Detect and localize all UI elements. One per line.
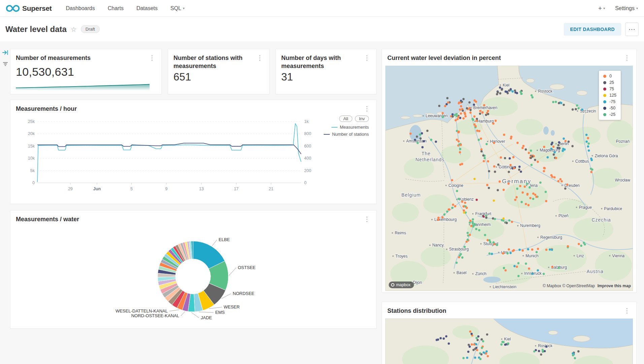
svg-text:5: 5 xyxy=(130,187,133,191)
more-options-button[interactable]: ⋯ xyxy=(625,23,639,36)
chart-title: Current water level deviation in percent xyxy=(387,54,623,62)
map-legend-item: -25 xyxy=(603,112,616,117)
svg-text:NORD-OSTSEE-KANAL: NORD-OSTSEE-KANAL xyxy=(131,313,179,318)
nav-sql-label: SQL xyxy=(170,5,181,11)
nav-right: + ▾ Settings ▾ xyxy=(598,5,638,12)
kebab-menu-icon[interactable]: ⋮ xyxy=(623,307,631,315)
settings-menu[interactable]: Settings ▾ xyxy=(615,5,638,11)
chart-title: Measurements / water xyxy=(16,215,363,223)
mapbox-logo[interactable]: mapbox xyxy=(389,282,414,288)
svg-text:Munich: Munich xyxy=(525,254,539,258)
legend-item[interactable]: Number of stations xyxy=(324,132,369,137)
svg-text:NORDSEE: NORDSEE xyxy=(233,291,255,296)
chart-card-stations-map: Stations distribution ⋮ KielRostock xyxy=(382,302,637,364)
svg-text:1k: 1k xyxy=(304,119,309,124)
legend-inv-button[interactable]: Inv xyxy=(355,115,369,122)
attr-mapbox[interactable]: © Mapbox xyxy=(543,284,561,288)
stations-map[interactable]: KielRostock xyxy=(385,319,633,364)
svg-text:Cologne: Cologne xyxy=(448,183,463,188)
kpi-value: 10,530,631 xyxy=(10,62,161,78)
nav-sql[interactable]: SQL ▾ xyxy=(170,5,185,11)
svg-text:600: 600 xyxy=(304,144,311,148)
svg-text:800: 800 xyxy=(304,131,311,136)
svg-text:Wrocław: Wrocław xyxy=(615,178,630,183)
improve-map-link[interactable]: Improve this map xyxy=(598,284,631,288)
svg-text:15k: 15k xyxy=(28,144,35,148)
expand-filter-bar-icon[interactable] xyxy=(2,49,9,56)
kebab-menu-icon[interactable]: ⋮ xyxy=(148,54,156,62)
deviation-map[interactable]: GermanyTheNetherlandsBelgiumAustriaCzech… xyxy=(385,66,633,291)
kpi-value: 31 xyxy=(276,70,376,83)
map-legend-item: 25 xyxy=(603,80,616,85)
nav-datasets[interactable]: Datasets xyxy=(136,5,158,11)
superset-logo[interactable]: Superset xyxy=(6,4,52,12)
svg-text:10k: 10k xyxy=(28,156,35,161)
nav-dashboards[interactable]: Dashboards xyxy=(66,5,95,11)
svg-text:WESEL-DATTELN-KANAL: WESEL-DATTELN-KANAL xyxy=(116,308,168,313)
kebab-menu-icon[interactable]: ⋮ xyxy=(623,54,631,62)
svg-text:13: 13 xyxy=(199,187,204,191)
svg-text:25k: 25k xyxy=(28,119,35,124)
svg-text:Leeuwarden: Leeuwarden xyxy=(426,113,448,118)
kebab-menu-icon[interactable]: ⋮ xyxy=(256,54,264,62)
status-badge: Draft xyxy=(81,25,100,33)
svg-text:5k: 5k xyxy=(30,168,35,173)
kpi-trend-sparkline xyxy=(16,78,150,91)
svg-text:400: 400 xyxy=(304,156,311,161)
svg-text:Jun: Jun xyxy=(93,187,101,191)
svg-text:Rostock: Rostock xyxy=(538,343,552,348)
svg-text:9: 9 xyxy=(165,187,167,191)
favorite-star-icon[interactable]: ☆ xyxy=(71,25,77,33)
chart-title: Measurements / hour xyxy=(16,105,363,113)
svg-text:29: 29 xyxy=(68,187,73,191)
svg-text:21: 21 xyxy=(269,187,273,191)
map-color-legend: 02575125-75-50-25 xyxy=(599,71,621,120)
superset-infinity-icon xyxy=(6,5,20,12)
svg-text:0: 0 xyxy=(304,180,307,185)
kebab-menu-icon[interactable]: ⋮ xyxy=(363,54,371,62)
kebab-menu-icon[interactable]: ⋮ xyxy=(363,215,371,223)
svg-text:Nuremberg: Nuremberg xyxy=(520,223,540,228)
legend-item[interactable]: Measurements xyxy=(331,125,369,130)
filter-bar-collapsed xyxy=(2,49,9,67)
svg-text:Czechia: Czechia xyxy=(592,217,611,223)
svg-text:Troyes: Troyes xyxy=(395,254,408,259)
svg-text:Reims: Reims xyxy=(395,231,406,235)
filter-icon[interactable] xyxy=(2,61,8,67)
map-legend-item: 75 xyxy=(603,87,616,91)
map-legend-item: -75 xyxy=(603,99,616,104)
svg-text:17: 17 xyxy=(234,187,238,191)
svg-text:Austria: Austria xyxy=(587,269,604,274)
svg-text:Strasbourg: Strasbourg xyxy=(449,247,469,252)
svg-text:Zielona Góra: Zielona Góra xyxy=(594,154,618,158)
legend-all-button[interactable]: All xyxy=(339,115,352,122)
svg-text:OSTSEE: OSTSEE xyxy=(238,265,256,270)
svg-text:Hanover: Hanover xyxy=(490,139,505,144)
new-item-button[interactable]: + ▾ xyxy=(598,5,605,12)
chevron-down-icon: ▾ xyxy=(636,6,638,10)
nav-menu: Dashboards Charts Datasets SQL ▾ xyxy=(66,5,185,11)
attr-osm[interactable]: © OpenStreetMap xyxy=(562,284,595,288)
svg-text:Hamburg: Hamburg xyxy=(477,119,494,124)
water-donut-chart[interactable]: ELBEOSTSEENORDSEEWESEREMSJADENORD-OSTSEE… xyxy=(16,226,369,327)
svg-text:Nancy: Nancy xyxy=(432,243,444,247)
chart-card-deviation-map: Current water level deviation in percent… xyxy=(382,49,637,293)
svg-text:200: 200 xyxy=(304,168,311,173)
svg-text:20k: 20k xyxy=(28,131,35,136)
brand-name: Superset xyxy=(22,4,52,12)
kpi-title: Number of days with measurements xyxy=(281,54,363,70)
kebab-menu-icon[interactable]: ⋮ xyxy=(363,105,371,112)
kpi-title: Number of stations with measurements xyxy=(173,54,256,70)
edit-dashboard-button[interactable]: EDIT DASHBOARD xyxy=(564,23,621,36)
mapbox-ring-icon xyxy=(391,283,394,287)
map-legend-item: 0 xyxy=(603,74,616,78)
map-legend-item: -50 xyxy=(603,106,616,110)
svg-text:Prague: Prague xyxy=(579,205,592,210)
svg-text:Kiel: Kiel xyxy=(504,337,511,341)
kpi-card-stations: Number of stations with measurements ⋮ 6… xyxy=(168,49,269,94)
svg-text:0: 0 xyxy=(32,180,35,185)
svg-text:Rostock: Rostock xyxy=(538,89,553,94)
kpi-value: 651 xyxy=(168,70,269,83)
nav-charts[interactable]: Charts xyxy=(108,5,124,11)
map-attribution: © Mapbox © OpenStreetMap Improve this ma… xyxy=(543,284,631,288)
